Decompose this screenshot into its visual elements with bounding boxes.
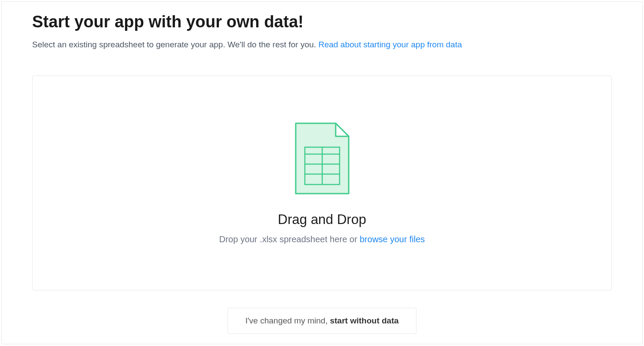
dropzone-instruction: Drop your .xlsx spreadsheet here or brow… bbox=[219, 234, 425, 244]
skip-prefix: I've changed my mind, bbox=[245, 316, 330, 325]
subtitle-text: Select an existing spreadsheet to genera… bbox=[32, 40, 318, 49]
page-title: Start your app with your own data! bbox=[32, 13, 612, 31]
dropzone-title: Drag and Drop bbox=[278, 212, 366, 227]
page-subtitle: Select an existing spreadsheet to genera… bbox=[32, 40, 612, 49]
main-panel: Start your app with your own data! Selec… bbox=[1, 1, 643, 344]
browse-files-link[interactable]: browse your files bbox=[360, 234, 425, 244]
dropzone-instruction-text: Drop your .xlsx spreadsheet here or bbox=[219, 234, 360, 244]
file-dropzone[interactable]: Drag and Drop Drop your .xlsx spreadshee… bbox=[32, 76, 612, 290]
spreadsheet-file-icon bbox=[294, 122, 350, 197]
bottom-actions: I've changed my mind, start without data bbox=[32, 308, 612, 334]
skip-bold: start without data bbox=[330, 316, 399, 325]
start-without-data-button[interactable]: I've changed my mind, start without data bbox=[228, 308, 416, 334]
read-about-link[interactable]: Read about starting your app from data bbox=[318, 40, 462, 49]
